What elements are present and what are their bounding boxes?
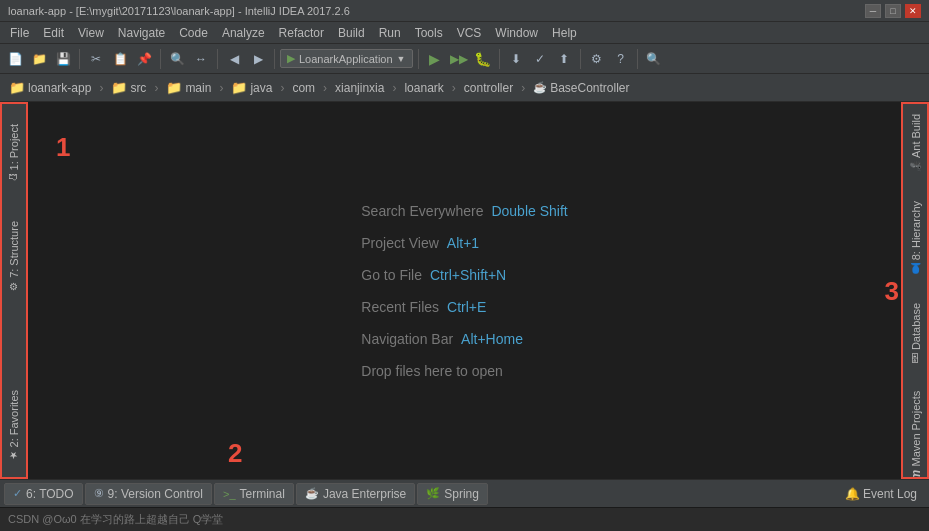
ant-icon: 🐜 — [910, 161, 921, 173]
tb-copy-btn[interactable]: 📋 — [109, 48, 131, 70]
tb-paste-btn[interactable]: 📌 — [133, 48, 155, 70]
nav-java[interactable]: 📁 java — [226, 78, 277, 97]
maximize-button[interactable]: □ — [885, 4, 901, 18]
nav-item-label: loanark-app — [28, 81, 91, 95]
hint-goto-file: Go to File Ctrl+Shift+N — [361, 267, 506, 283]
tab-spring[interactable]: 🌿 Spring — [417, 483, 488, 505]
run-button[interactable]: ▶ — [424, 48, 446, 70]
menu-vcs[interactable]: VCS — [451, 24, 488, 42]
terminal-icon: >_ — [223, 488, 236, 500]
ant-build-tab[interactable]: 🐜 Ant Build — [908, 106, 924, 181]
hint-nb-label: Navigation Bar — [361, 331, 453, 347]
nav-sep: › — [99, 81, 103, 95]
menu-refactor[interactable]: Refactor — [273, 24, 330, 42]
project-tab-label: 1: Project — [8, 124, 20, 170]
menu-view[interactable]: View — [72, 24, 110, 42]
structure-tab-label: 7: Structure — [8, 221, 20, 278]
nav-controller[interactable]: controller — [459, 79, 518, 97]
menu-analyze[interactable]: Analyze — [216, 24, 271, 42]
project-tab[interactable]: 🗂 1: Project — [6, 116, 22, 191]
nav-xianjinxia[interactable]: xianjinxia — [330, 79, 389, 97]
hint-search-label: Search Everywhere — [361, 203, 483, 219]
tb-open-btn[interactable]: 📁 — [28, 48, 50, 70]
tb-search[interactable]: 🔍 — [643, 48, 665, 70]
maven-tab[interactable]: m Maven Projects — [907, 383, 925, 479]
hint-nav-bar: Navigation Bar Alt+Home — [361, 331, 523, 347]
menu-file[interactable]: File — [4, 24, 35, 42]
coverage-button[interactable]: ▶▶ — [448, 48, 470, 70]
run-config-icon: ▶ — [287, 52, 295, 65]
tb-save-btn[interactable]: 💾 — [52, 48, 74, 70]
hint-drop-files: Drop files here to open — [361, 363, 503, 379]
nav-src[interactable]: 📁 src — [106, 78, 151, 97]
annotation-2: 2 — [228, 438, 242, 469]
nav-loanark[interactable]: loanark — [399, 79, 448, 97]
hierarchy-tab[interactable]: 👤 8: Hierarchy — [908, 193, 924, 283]
menu-edit[interactable]: Edit — [37, 24, 70, 42]
run-config-name: LoanarkApplication — [299, 53, 393, 65]
nav-loanark-label: loanark — [404, 81, 443, 95]
nav-main[interactable]: 📁 main — [161, 78, 216, 97]
toolbar: 📄 📁 💾 ✂ 📋 📌 🔍 ↔ ◀ ▶ ▶ LoanarkApplication… — [0, 44, 929, 74]
structure-tab[interactable]: ⚙ 7: Structure — [6, 213, 22, 300]
tb-vcs-push[interactable]: ⬆ — [553, 48, 575, 70]
tb-settings[interactable]: ⚙ — [586, 48, 608, 70]
tb-help[interactable]: ? — [610, 48, 632, 70]
tb-forward-btn[interactable]: ▶ — [247, 48, 269, 70]
tab-java-enterprise[interactable]: ☕ Java Enterprise — [296, 483, 415, 505]
menu-bar: File Edit View Navigate Code Analyze Ref… — [0, 22, 929, 44]
tb-sep2 — [160, 49, 161, 69]
nav-basecontroller[interactable]: ☕ BaseController — [528, 79, 634, 97]
tab-todo-label: 6: TODO — [26, 487, 74, 501]
hint-drop-label: Drop files here to open — [361, 363, 503, 379]
event-log-button[interactable]: 🔔 Event Log — [837, 484, 925, 504]
tab-version-control[interactable]: ⑨ 9: Version Control — [85, 483, 212, 505]
nav-java-icon: 📁 — [231, 80, 247, 95]
tab-terminal[interactable]: >_ Terminal — [214, 483, 294, 505]
database-icon: 🗄 — [910, 353, 922, 363]
nav-main-label: main — [185, 81, 211, 95]
status-bar: CSDN @Oω0 在学习的路上超越自己 Q学堂 — [0, 507, 929, 531]
nav-main-icon: 📁 — [166, 80, 182, 95]
nav-java-label: java — [250, 81, 272, 95]
spring-icon: 🌿 — [426, 487, 440, 500]
run-config-selector[interactable]: ▶ LoanarkApplication ▼ — [280, 49, 413, 68]
minimize-button[interactable]: ─ — [865, 4, 881, 18]
tb-cut-btn[interactable]: ✂ — [85, 48, 107, 70]
favorites-tab[interactable]: ★ 2: Favorites — [6, 382, 22, 469]
debug-button[interactable]: 🐛 — [472, 48, 494, 70]
nav-sep5: › — [323, 81, 327, 95]
menu-run[interactable]: Run — [373, 24, 407, 42]
tb-vcs-update[interactable]: ⬇ — [505, 48, 527, 70]
menu-build[interactable]: Build — [332, 24, 371, 42]
annotation-3: 3 — [885, 275, 899, 306]
tb-find-btn[interactable]: 🔍 — [166, 48, 188, 70]
window-controls: ─ □ ✕ — [865, 4, 921, 18]
structure-icon: ⚙ — [8, 281, 19, 292]
tb-sep7 — [580, 49, 581, 69]
tb-new-btn[interactable]: 📄 — [4, 48, 26, 70]
tb-replace-btn[interactable]: ↔ — [190, 48, 212, 70]
menu-navigate[interactable]: Navigate — [112, 24, 171, 42]
nav-com-label: com — [292, 81, 315, 95]
nav-loanark-app[interactable]: 📁 loanark-app — [4, 78, 96, 97]
nav-com[interactable]: com — [287, 79, 320, 97]
welcome-hints: Search Everywhere Double Shift Project V… — [361, 203, 567, 379]
menu-tools[interactable]: Tools — [409, 24, 449, 42]
tb-sep4 — [274, 49, 275, 69]
menu-window[interactable]: Window — [489, 24, 544, 42]
nav-controller-label: controller — [464, 81, 513, 95]
menu-help[interactable]: Help — [546, 24, 583, 42]
close-button[interactable]: ✕ — [905, 4, 921, 18]
hint-recent-files: Recent Files Ctrl+E — [361, 299, 486, 315]
tb-sep1 — [79, 49, 80, 69]
favorites-tab-label: 2: Favorites — [8, 390, 20, 447]
tb-vcs-commit[interactable]: ✓ — [529, 48, 551, 70]
menu-code[interactable]: Code — [173, 24, 214, 42]
hint-gf-shortcut: Ctrl+Shift+N — [430, 267, 506, 283]
hint-rf-label: Recent Files — [361, 299, 439, 315]
database-tab[interactable]: 🗄 Database — [908, 295, 924, 371]
tab-todo[interactable]: ✓ 6: TODO — [4, 483, 83, 505]
nav-sep7: › — [452, 81, 456, 95]
tb-back-btn[interactable]: ◀ — [223, 48, 245, 70]
